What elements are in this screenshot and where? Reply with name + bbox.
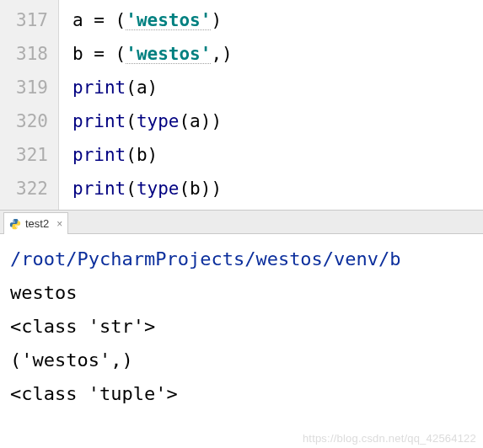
watermark: https://blog.csdn.net/qq_42564122 [303,432,476,445]
string-literal: westos [137,44,201,64]
line-number: 319 [0,71,58,104]
line-number: 320 [0,104,58,138]
string-quote: ' [201,44,212,64]
code-line: print(a) [72,71,483,104]
line-number: 317 [0,3,58,37]
console-line: westos [10,276,473,310]
variable: a [72,10,83,30]
paren: ( [126,111,137,131]
paren: ( [179,179,190,199]
line-number: 321 [0,138,58,172]
code-line: b = ('westos',) [72,37,483,71]
variable: b [190,179,201,199]
paren: ( [115,44,126,64]
line-number: 322 [0,172,58,205]
tab-label: test2 [25,217,49,230]
builtin-func: print [72,77,126,98]
console-path: /root/PycharmProjects/westos/venv/b [10,243,473,276]
console-line: ('westos',) [10,344,473,377]
builtin-func: print [72,179,126,199]
paren: ) [222,44,233,64]
string-literal: westos [137,10,201,30]
code-line: print(b) [72,138,483,172]
code-line: a = ('westos') [72,3,483,37]
paren: ( [126,77,137,98]
builtin-func: print [72,145,126,165]
code-editor: 317 318 319 320 321 322 a = ('westos') b… [0,0,483,210]
line-gutter: 317 318 319 320 321 322 [0,0,59,210]
python-file-icon [9,218,21,230]
console-line: <class 'tuple'> [10,377,473,411]
builtin-func: print [72,111,126,131]
string-quote: ' [126,10,137,30]
builtin-func: type [137,179,180,199]
paren: ) [201,179,212,199]
operator: = [83,44,115,64]
builtin-func: type [137,111,180,131]
comma: , [211,44,222,64]
run-tabs-bar: test2 × [0,210,483,234]
variable: b [72,44,83,64]
variable: b [137,145,148,165]
string-quote: ' [201,10,212,30]
paren: ( [115,10,126,30]
code-area[interactable]: a = ('westos') b = ('westos',) print(a) … [59,0,483,210]
paren: ( [126,145,137,165]
string-quote: ' [126,44,137,64]
code-line: print(type(a)) [72,104,483,138]
paren: ) [211,111,222,131]
code-line: print(type(b)) [72,172,483,205]
variable: a [190,111,201,131]
close-icon[interactable]: × [56,218,62,230]
paren: ) [148,77,158,98]
paren: ) [201,111,212,131]
paren: ) [211,179,222,199]
variable: a [137,77,148,98]
paren: ) [211,10,222,30]
paren: ( [179,111,190,131]
operator: = [83,10,115,30]
paren: ( [126,179,137,199]
run-tab[interactable]: test2 × [3,212,68,234]
line-number: 318 [0,37,58,71]
paren: ) [148,145,158,165]
console-output[interactable]: /root/PycharmProjects/westos/venv/b west… [0,234,483,411]
console-line: <class 'str'> [10,310,473,344]
